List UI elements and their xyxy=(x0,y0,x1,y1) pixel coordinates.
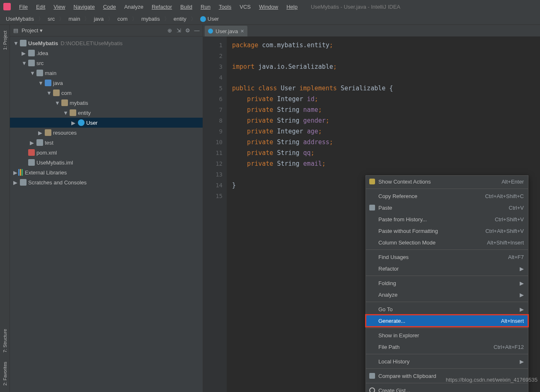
ctx-go-to[interactable]: Go To▶ xyxy=(366,303,528,315)
menu-refactor[interactable]: Refactor xyxy=(148,2,175,12)
source-folder-icon xyxy=(45,80,51,86)
resources-icon xyxy=(45,129,51,136)
ctx-paste-history[interactable]: Paste from History...Ctrl+Shift+V xyxy=(366,213,528,225)
package-icon xyxy=(53,90,60,96)
github-icon xyxy=(369,387,375,392)
menu-vcs[interactable]: VCS xyxy=(236,2,254,12)
ctx-show-in-explorer[interactable]: Show in Explorer xyxy=(366,329,528,341)
tree-java[interactable]: ▼java xyxy=(10,78,203,88)
ctx-generate[interactable]: Generate...Alt+Insert xyxy=(366,315,528,327)
menu-build[interactable]: Build xyxy=(177,2,196,12)
editor-tabs: User.java ✕ xyxy=(203,25,540,36)
class-icon xyxy=(200,16,206,22)
menu-analyze[interactable]: Analyze xyxy=(121,2,147,12)
breadcrumb-item[interactable]: java xyxy=(91,15,106,23)
ctx-find-usages[interactable]: Find UsagesAlt+F7 xyxy=(366,251,528,263)
compare-icon xyxy=(369,373,375,379)
collapse-icon[interactable]: ⇲ xyxy=(175,27,182,34)
ctx-copy-reference[interactable]: Copy ReferenceCtrl+Alt+Shift+C xyxy=(366,190,528,202)
ctx-paste-no-format[interactable]: Paste without FormattingCtrl+Alt+Shift+V xyxy=(366,225,528,237)
ctx-create-gist[interactable]: Create Gist... xyxy=(366,385,528,392)
menu-run[interactable]: Run xyxy=(197,2,214,12)
menu-tools[interactable]: Tools xyxy=(216,2,235,12)
tree-main[interactable]: ▼main xyxy=(10,68,203,78)
settings-icon[interactable]: ⚙ xyxy=(184,27,191,34)
window-title: UseMybatis - User.java - IntelliJ IDEA xyxy=(311,4,400,10)
tree-src[interactable]: ▼src xyxy=(10,58,203,68)
close-tab-icon[interactable]: ✕ xyxy=(240,29,244,34)
folder-icon xyxy=(28,50,35,56)
ctx-local-history[interactable]: Local History▶ xyxy=(366,356,528,367)
menu-code[interactable]: Code xyxy=(100,2,119,12)
project-panel-title[interactable]: Project ▾ xyxy=(22,27,43,34)
tree-idea[interactable]: ▶.idea xyxy=(10,48,203,58)
breadcrumb-root[interactable]: UseMybatis xyxy=(3,15,36,23)
left-tool-rail: 1: Project 7: Structure 2: Favorites xyxy=(0,25,10,392)
tree-root[interactable]: ▼UseMybatisD:\NODELET\UseMybatis xyxy=(10,38,203,48)
tree-resources[interactable]: ▶resources xyxy=(10,128,203,138)
menu-navigate[interactable]: Navigate xyxy=(70,2,98,12)
ctx-paste[interactable]: PasteCtrl+V xyxy=(366,202,528,213)
ctx-refactor[interactable]: Refactor▶ xyxy=(366,263,528,274)
menu-file[interactable]: File xyxy=(16,2,31,12)
package-icon xyxy=(70,109,76,116)
class-icon xyxy=(78,119,85,126)
project-panel-header: ▤ Project ▾ ⊕ ⇲ ⚙ — xyxy=(10,25,203,36)
class-icon xyxy=(208,29,213,34)
menu-edit[interactable]: Edit xyxy=(33,2,48,12)
library-icon xyxy=(18,169,25,176)
scratches-icon xyxy=(20,179,27,186)
hide-icon[interactable]: — xyxy=(194,27,200,34)
app-logo-icon xyxy=(3,3,11,10)
ctx-show-context-actions[interactable]: Show Context ActionsAlt+Enter xyxy=(366,176,528,187)
breadcrumb: UseMybatis〉 src〉 main〉 java〉 com〉 mybati… xyxy=(0,13,540,25)
ctx-analyze[interactable]: Analyze▶ xyxy=(366,289,528,300)
package-icon xyxy=(61,99,68,106)
locate-icon[interactable]: ⊕ xyxy=(166,27,173,34)
tab-label: User.java xyxy=(216,28,238,34)
project-tree[interactable]: ▼UseMybatisD:\NODELET\UseMybatis ▶.idea … xyxy=(10,36,203,392)
folder-icon xyxy=(28,60,35,66)
breadcrumb-class[interactable]: User xyxy=(198,15,221,23)
tree-entity[interactable]: ▼entity xyxy=(10,108,203,118)
maven-icon xyxy=(28,149,35,156)
menu-window[interactable]: Window xyxy=(256,2,281,12)
ctx-column-selection[interactable]: Column Selection ModeAlt+Shift+Insert xyxy=(366,237,528,248)
rail-structure[interactable]: 7: Structure xyxy=(2,329,7,353)
ctx-file-path[interactable]: File PathCtrl+Alt+F12 xyxy=(366,341,528,353)
menu-bar: File Edit View Navigate Code Analyze Ref… xyxy=(0,0,540,13)
editor-context-menu: Show Context ActionsAlt+Enter Copy Refer… xyxy=(366,175,528,392)
breadcrumb-item[interactable]: com xyxy=(115,15,130,23)
tree-com[interactable]: ▼com xyxy=(10,88,203,98)
tree-external-libs[interactable]: ▶External Libraries xyxy=(10,167,203,177)
rail-project[interactable]: 1: Project xyxy=(2,31,7,50)
watermark: https://blog.csdn.net/weixin_41769535 xyxy=(446,377,538,383)
tree-mybatis[interactable]: ▼mybatis xyxy=(10,98,203,108)
breadcrumb-item[interactable]: mybatis xyxy=(139,15,162,23)
tree-test[interactable]: ▶test xyxy=(10,138,203,148)
tree-user-class[interactable]: ▶User xyxy=(10,118,203,128)
clipboard-icon xyxy=(369,205,375,211)
menu-help[interactable]: Help xyxy=(283,2,301,12)
tree-scratches[interactable]: ▶Scratches and Consoles xyxy=(10,177,203,187)
breadcrumb-item[interactable]: src xyxy=(45,15,57,23)
tree-iml[interactable]: UseMybatis.iml xyxy=(10,157,203,167)
rail-favorites[interactable]: 2: Favorites xyxy=(2,362,7,385)
project-icon: ▤ xyxy=(12,27,19,34)
line-gutter: 123456789101112131415 xyxy=(203,36,227,392)
folder-icon xyxy=(36,70,43,76)
file-icon xyxy=(28,159,35,166)
breadcrumb-item[interactable]: main xyxy=(66,15,82,23)
bulb-icon xyxy=(369,179,375,184)
tree-pom[interactable]: pom.xml xyxy=(10,148,203,157)
project-panel: ▤ Project ▾ ⊕ ⇲ ⚙ — ▼UseMybatisD:\NODELE… xyxy=(10,25,203,392)
breadcrumb-item[interactable]: entity xyxy=(171,15,189,23)
folder-icon xyxy=(36,139,43,146)
ctx-folding[interactable]: Folding▶ xyxy=(366,277,528,289)
menu-view[interactable]: View xyxy=(50,2,68,12)
module-icon xyxy=(20,40,27,46)
tab-user-java[interactable]: User.java ✕ xyxy=(205,26,247,36)
